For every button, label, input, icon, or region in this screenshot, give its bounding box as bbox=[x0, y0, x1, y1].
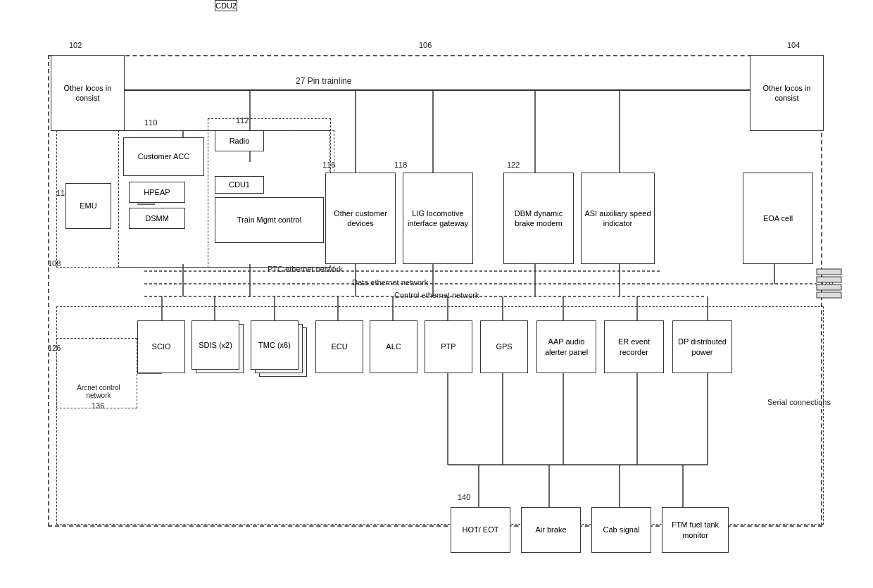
emu-label: EMU bbox=[80, 201, 96, 211]
hot-eot-label: HOT/ EOT bbox=[463, 525, 499, 534]
label-104: 104 bbox=[787, 41, 800, 49]
ecu-box: ECU bbox=[315, 320, 363, 373]
cab-signal-box: Cab signal bbox=[591, 507, 651, 553]
other-customer-label: Other customer devices bbox=[326, 208, 395, 229]
alc-box: ALC bbox=[370, 320, 417, 373]
hpeap-label: HPEAP bbox=[144, 187, 170, 197]
asi-label: ASI auxiliary speed indicator bbox=[582, 208, 654, 229]
arcnet-group bbox=[56, 338, 137, 408]
dsmm-label: DSMM bbox=[145, 213, 169, 223]
customer-acc-box: Customer ACC bbox=[123, 137, 204, 176]
ecu-label: ECU bbox=[331, 342, 347, 351]
label-102: 102 bbox=[69, 41, 82, 49]
dsmm-box: DSMM bbox=[129, 208, 185, 229]
gps-box: GPS bbox=[480, 320, 528, 373]
aap-box: AAP audio alerter panel bbox=[536, 320, 596, 373]
other-locos-right-label: Other locos in consist bbox=[750, 83, 823, 104]
dp-label: DP distributed power bbox=[673, 337, 731, 357]
eoa-box: EOA cell bbox=[743, 173, 813, 264]
asi-box: ASI auxiliary speed indicator bbox=[581, 173, 655, 264]
ptp-box: PTP bbox=[425, 320, 472, 373]
lig-box: LIG locomotive interface gateway bbox=[403, 173, 473, 264]
dp-box: DP distributed power bbox=[672, 320, 732, 373]
gps-label: GPS bbox=[496, 342, 512, 351]
cab-signal-label: Cab signal bbox=[603, 525, 640, 534]
ftm-box: FTM fuel tank monitor bbox=[662, 507, 729, 553]
hot-eot-box: HOT/ EOT bbox=[451, 507, 510, 553]
svg-rect-42 bbox=[817, 292, 841, 298]
ftm-label: FTM fuel tank monitor bbox=[662, 520, 728, 540]
ptp-label: PTP bbox=[441, 342, 456, 351]
er-box: ER event recorder bbox=[604, 320, 664, 373]
svg-rect-45 bbox=[817, 269, 841, 275]
scio-box: SCIO bbox=[137, 320, 185, 373]
scio-label: SCIO bbox=[152, 342, 171, 351]
emu-box: EMU bbox=[65, 183, 111, 229]
radio-box: Radio bbox=[215, 130, 264, 151]
hpeap-box: HPEAP bbox=[129, 182, 185, 203]
customer-acc-label: Customer ACC bbox=[138, 151, 189, 161]
lig-label: LIG locomotive interface gateway bbox=[403, 208, 472, 229]
tmc-label: TMC (x6) bbox=[258, 340, 291, 350]
cdu1-box: CDU1 bbox=[215, 176, 264, 194]
train-mgmt-label: Train Mgmt control bbox=[237, 215, 301, 225]
network-stack-icon bbox=[813, 268, 845, 306]
svg-rect-44 bbox=[817, 277, 841, 282]
other-locos-left: Other locos in consist bbox=[51, 55, 125, 131]
air-brake-box: Air brake bbox=[521, 507, 581, 553]
sdis-box: SDIS (x2) bbox=[191, 320, 239, 370]
er-label: ER event recorder bbox=[605, 337, 663, 357]
cdu2-box: CDU2 bbox=[215, 0, 237, 11]
other-locos-left-label: Other locos in consist bbox=[51, 83, 124, 104]
air-brake-label: Air brake bbox=[535, 525, 566, 534]
other-locos-right: Other locos in consist bbox=[750, 55, 824, 131]
other-customer-box: Other customer devices bbox=[325, 173, 396, 264]
cdu2-label: CDU2 bbox=[215, 1, 237, 11]
svg-rect-43 bbox=[817, 284, 841, 290]
label-106: 106 bbox=[419, 41, 432, 49]
tmc-box: TMC (x6) bbox=[251, 320, 299, 370]
alc-label: ALC bbox=[386, 342, 401, 351]
train-mgmt-box: Train Mgmt control bbox=[215, 197, 324, 243]
cdu1-label: CDU1 bbox=[229, 180, 250, 189]
sdis-label: SDIS (x2) bbox=[199, 340, 232, 350]
aap-label: AAP audio alerter panel bbox=[537, 337, 596, 357]
eoa-label: EOA cell bbox=[763, 213, 793, 223]
dbm-label: DBM dynamic brake modem bbox=[504, 208, 573, 229]
dbm-box: DBM dynamic brake modem bbox=[503, 173, 574, 264]
radio-label: Radio bbox=[230, 136, 250, 146]
diagram: 102 104 106 112 108 110 114 116 118 120 … bbox=[0, 0, 873, 588]
